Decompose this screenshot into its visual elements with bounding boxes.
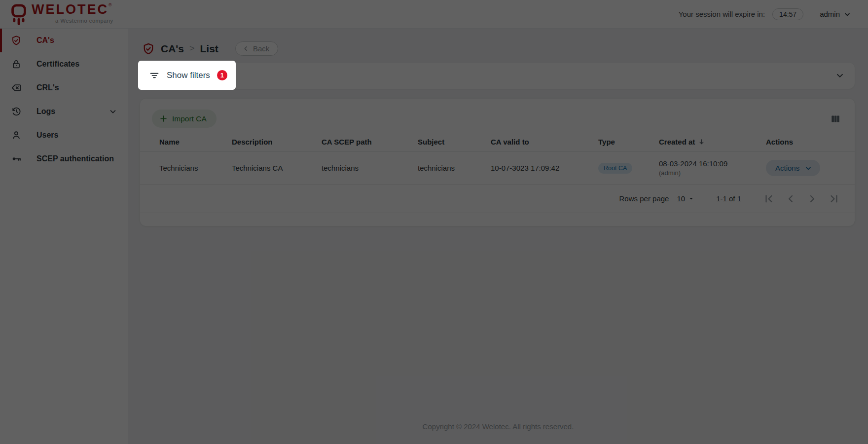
active-filter-count-badge: 1 [217, 70, 227, 80]
welotec-pki-app: WELOTEC® a Westermo company Your session… [0, 0, 868, 444]
show-filters-label: Show filters [167, 71, 210, 80]
filter-lines-icon [149, 70, 160, 81]
show-filters-spotlight: Show filters 1 [138, 61, 236, 90]
tour-dim-overlay [0, 0, 868, 444]
show-filters-button[interactable]: Show filters 1 [142, 65, 234, 86]
